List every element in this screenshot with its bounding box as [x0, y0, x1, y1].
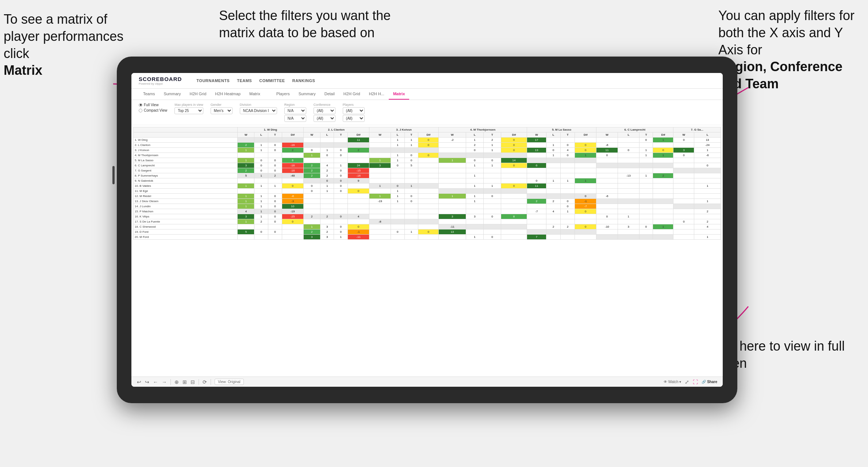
matrix-cell [418, 148, 439, 153]
matrix-cell [303, 158, 320, 163]
matrix-cell: 1 [268, 184, 282, 189]
tab-players-h2h-h[interactable]: H2H H... [365, 89, 389, 100]
matrix-area[interactable]: 1. W Ding 2. L Clanton 3. J Koivun 4. M … [131, 125, 723, 377]
tab-h2h-grid[interactable]: H2H Grid [185, 89, 211, 100]
matrix-cell [320, 194, 334, 199]
matrix-cell: 11 [527, 184, 546, 189]
matrix-cell: 1 [466, 173, 484, 178]
reload-btn[interactable]: ⟳ [203, 379, 207, 385]
region-select-2[interactable]: N/A [284, 115, 306, 122]
tab-teams[interactable]: Teams [139, 89, 159, 100]
matrix-cell: 0 [268, 214, 282, 219]
matrix-cell: 0 [418, 138, 439, 143]
nav-rankings[interactable]: RANKINGS [292, 78, 315, 83]
matrix-cell [546, 158, 560, 163]
matrix-cell [483, 209, 501, 214]
matrix-cell: 2 [303, 229, 320, 235]
matrix-cell [439, 148, 466, 153]
share-btn[interactable]: 🔗 Share [702, 380, 717, 384]
view-original-btn[interactable]: View: Original [215, 379, 244, 385]
matrix-cell: 0 [596, 153, 618, 158]
minus-btn[interactable]: ⊟ [191, 379, 195, 385]
matrix-cell [639, 189, 653, 194]
player-name-cell: 19. D Ford [134, 229, 238, 235]
matrix-cell: 3 [238, 214, 254, 219]
matrix-cell [639, 209, 653, 214]
region-select-1[interactable]: N/A [284, 107, 306, 114]
matrix-cell [546, 235, 560, 240]
matrix-cell [501, 229, 527, 235]
division-select[interactable]: NCAA Division I [240, 107, 277, 114]
expand-btn[interactable]: ⤢ [685, 379, 689, 385]
table-row: 20. M Ford331-111071 [134, 235, 721, 240]
annotation-matrix-text: To see a matrix of player performances c… [4, 12, 123, 61]
matrix-cell: 0 [561, 143, 575, 148]
matrix-cell [561, 194, 575, 199]
matrix-cell: 11 [596, 148, 618, 153]
powered-by: Powered by clippd [139, 82, 182, 85]
matrix-cell [334, 219, 348, 224]
matrix-cell: 1 [238, 194, 254, 199]
matrix-cell [501, 178, 527, 184]
matrix-cell [418, 214, 439, 219]
matrix-cell [673, 229, 694, 235]
players-select-2[interactable]: (All) [343, 115, 365, 122]
fullscreen-btn[interactable]: ⛶ [693, 379, 698, 385]
undo-btn[interactable]: ↩ [137, 379, 141, 385]
matrix-cell [639, 219, 653, 224]
matrix-cell [369, 148, 391, 153]
matrix-cell: 1 [694, 148, 721, 153]
matrix-cell [596, 158, 618, 163]
matrix-cell [501, 235, 527, 240]
matrix-cell [439, 178, 466, 184]
matrix-cell [673, 163, 694, 168]
tab-matrix-active[interactable]: Matrix [389, 89, 409, 100]
matrix-cell [303, 194, 320, 199]
cursor-btn[interactable]: ⊕ [174, 379, 179, 385]
tab-players-detail[interactable]: Detail [320, 89, 339, 100]
matrix-cell [268, 189, 282, 194]
max-players-select[interactable]: Top 25 [174, 107, 203, 114]
compact-view-radio[interactable]: Compact View [139, 108, 167, 112]
matrix-cell: 1 [404, 138, 418, 143]
conference-select-2[interactable]: (All) [314, 115, 335, 122]
watch-btn[interactable]: 👁 Watch ▾ [664, 380, 681, 384]
nav-tournaments[interactable]: TOURNAMENTS [196, 78, 230, 83]
redo-btn[interactable]: ↪ [145, 379, 149, 385]
matrix-cell [673, 173, 694, 178]
matrix-cell: 1 [404, 184, 418, 189]
matrix-cell [618, 189, 639, 194]
matrix-cell: 1 [639, 153, 653, 158]
back-btn[interactable]: ← [153, 379, 158, 385]
matrix-cell [320, 138, 334, 143]
matrix-cell [618, 143, 639, 148]
matrix-cell [575, 168, 596, 173]
matrix-cell [391, 209, 404, 214]
table-row: 5. M La Sasso100611010014 [134, 158, 721, 163]
tab-summary[interactable]: Summary [159, 89, 185, 100]
fwd-btn[interactable]: → [162, 379, 167, 385]
tab-players-h2h-grid[interactable]: H2H Grid [339, 89, 365, 100]
matrix-cell: 0 [575, 143, 596, 148]
share-label: Share [707, 380, 717, 384]
nav-committee[interactable]: COMMITTEE [259, 78, 285, 83]
tab-players[interactable]: Players [272, 89, 294, 100]
matrix-cell [561, 138, 575, 143]
matrix-cell [618, 178, 639, 184]
zoom-btn[interactable]: ⊞ [183, 379, 187, 385]
gender-select[interactable]: Men's [211, 107, 233, 114]
matrix-cell [418, 235, 439, 240]
matrix-cell: 3 [673, 148, 694, 153]
matrix-cell [439, 219, 466, 224]
matrix-cell [439, 204, 466, 209]
tab-players-summary[interactable]: Summary [294, 89, 320, 100]
tab-h2h-heatmap[interactable]: H2H Heatmap [211, 89, 245, 100]
matrix-cell: 3 [466, 214, 484, 219]
matrix-cell: 0 [501, 138, 527, 143]
conference-select-1[interactable]: (All) [314, 107, 335, 114]
nav-teams[interactable]: TEAMS [237, 78, 252, 83]
players-select-1[interactable]: (All) [343, 107, 365, 114]
matrix-cell [404, 189, 418, 194]
tab-matrix-teams[interactable]: Matrix [245, 89, 265, 100]
full-view-radio[interactable]: Full View [139, 103, 167, 107]
